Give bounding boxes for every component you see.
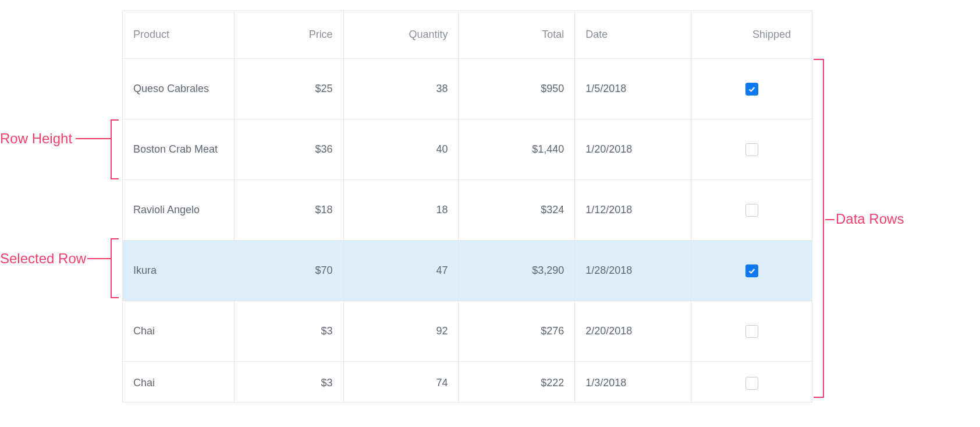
cell-price: $3 [234,362,343,403]
shipped-checkbox[interactable] [745,325,758,338]
cell-price: $36 [234,119,343,180]
cell-quantity: 92 [343,301,459,362]
header-row: Product Price Quantity Total Date Shippe… [123,11,812,59]
annotation-bracket-data-rows [814,59,824,398]
cell-shipped [691,119,812,180]
cell-product: Chai [123,362,235,403]
annotation-row-height: Row Height [0,130,72,147]
shipped-checkbox[interactable] [745,264,758,277]
cell-shipped [691,241,812,301]
cell-shipped [691,301,812,362]
cell-total: $950 [459,59,575,119]
check-icon [748,85,756,93]
annotation-line [825,219,835,220]
cell-product: Boston Crab Meat [123,119,235,180]
cell-date: 1/3/2018 [575,362,691,403]
cell-price: $70 [234,241,343,301]
shipped-checkbox[interactable] [745,204,758,217]
annotation-line [87,258,111,259]
cell-total: $276 [459,301,575,362]
cell-quantity: 38 [343,59,459,119]
column-header-shipped[interactable]: Shipped [691,11,812,59]
column-header-price[interactable]: Price [234,11,343,59]
cell-quantity: 74 [343,362,459,403]
check-icon [748,267,756,275]
cell-price: $18 [234,180,343,241]
cell-total: $324 [459,180,575,241]
shipped-checkbox[interactable] [745,143,758,156]
cell-product: Queso Cabrales [123,59,235,119]
cell-product: Ikura [123,241,235,301]
cell-quantity: 40 [343,119,459,180]
cell-product: Ravioli Angelo [123,180,235,241]
cell-shipped [691,362,812,403]
annotation-selected-row: Selected Row [0,250,86,267]
cell-price: $3 [234,301,343,362]
cell-total: $3,290 [459,241,575,301]
column-header-total[interactable]: Total [459,11,575,59]
cell-date: 1/28/2018 [575,241,691,301]
table-row[interactable]: Ravioli Angelo$1818$3241/12/2018 [123,180,812,241]
shipped-checkbox[interactable] [745,377,758,390]
table-row[interactable]: Queso Cabrales$2538$9501/5/2018 [123,59,812,119]
cell-shipped [691,59,812,119]
table-row[interactable]: Ikura$7047$3,2901/28/2018 [123,241,812,301]
annotation-data-rows: Data Rows [836,211,904,227]
column-header-product[interactable]: Product [123,11,235,59]
annotation-line [76,138,111,139]
cell-product: Chai [123,301,235,362]
table-row[interactable]: Boston Crab Meat$3640$1,4401/20/2018 [123,119,812,180]
table-row[interactable]: Chai$374$2221/3/2018 [123,362,812,403]
cell-date: 1/12/2018 [575,180,691,241]
table-row[interactable]: Chai$392$2762/20/2018 [123,301,812,362]
cell-total: $1,440 [459,119,575,180]
cell-date: 2/20/2018 [575,301,691,362]
data-grid: Product Price Quantity Total Date Shippe… [122,10,812,403]
cell-date: 1/20/2018 [575,119,691,180]
annotation-bracket-selected-row [111,238,119,298]
cell-date: 1/5/2018 [575,59,691,119]
column-header-quantity[interactable]: Quantity [343,11,459,59]
cell-shipped [691,180,812,241]
annotation-bracket-row-height [111,119,119,179]
cell-quantity: 18 [343,180,459,241]
cell-price: $25 [234,59,343,119]
cell-total: $222 [459,362,575,403]
column-header-date[interactable]: Date [575,11,691,59]
shipped-checkbox[interactable] [745,83,758,96]
cell-quantity: 47 [343,241,459,301]
